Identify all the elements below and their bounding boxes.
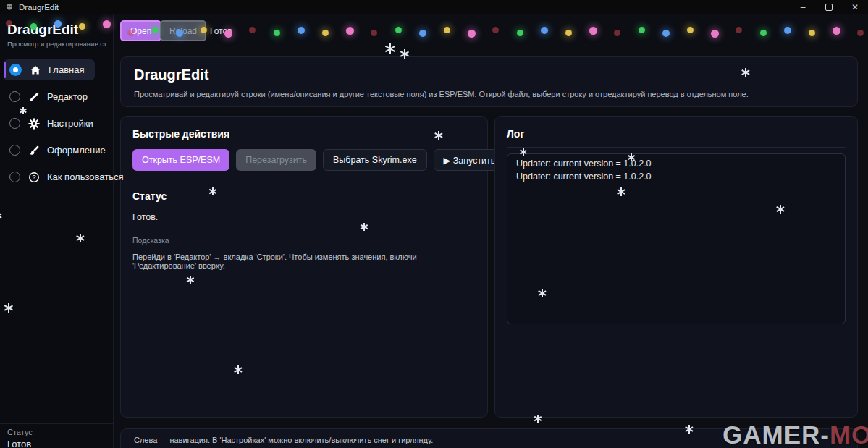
quick-actions-buttons: Открыть ESP/ESMПерезагрузитьВыбрать Skyr… xyxy=(132,149,476,171)
hint-label: Подсказка xyxy=(132,236,476,245)
maximize-button[interactable] xyxy=(816,0,842,14)
garland-light xyxy=(249,27,256,33)
sidebar-item-help[interactable]: ?Как пользоваться xyxy=(4,166,134,187)
log-title: Лог xyxy=(507,128,846,140)
pencil-icon xyxy=(28,90,40,103)
bottom-bar-text: Слева — навигация. В 'Настройках' можно … xyxy=(134,436,433,444)
log-line: Updater: current version = 1.0.2.0 xyxy=(516,171,836,184)
garland-light xyxy=(468,30,476,38)
garland-light xyxy=(346,27,354,35)
garland-light xyxy=(371,30,377,36)
garland-light xyxy=(444,27,450,33)
brush-icon xyxy=(28,144,40,156)
open-button[interactable]: Open xyxy=(120,20,161,41)
log-divider xyxy=(507,147,846,148)
garland-light xyxy=(419,30,426,37)
sidebar-item-label: Как пользоваться xyxy=(47,172,123,182)
sidebar-item-editor[interactable]: Редактор xyxy=(4,86,98,107)
gear-icon xyxy=(28,117,40,130)
quick-actions-title: Быстрые действия xyxy=(132,128,476,140)
window-title: DraugrEdit xyxy=(19,3,59,12)
home-icon xyxy=(29,64,41,76)
garland-light xyxy=(662,30,670,37)
log-card: Лог Updater: current version = 1.0.2.0Up… xyxy=(494,116,858,418)
status-section-title: Статус xyxy=(132,190,476,202)
sidebar-item-label: Редактор xyxy=(47,91,88,102)
sidebar-item-label: Оформление xyxy=(47,145,106,156)
radio-icon xyxy=(9,118,20,129)
log-line: Updater: current version = 1.0.2.0 xyxy=(516,158,836,171)
sidebar-item-appearance[interactable]: Оформление xyxy=(4,140,117,161)
garland-light xyxy=(298,27,305,34)
window-controls: – ✕ xyxy=(790,0,868,14)
hint-text: Перейди в 'Редактор' → вкладка 'Строки'.… xyxy=(132,253,476,270)
garland-light xyxy=(784,27,791,34)
minimize-button[interactable]: – xyxy=(790,0,816,14)
app-icon xyxy=(5,3,14,12)
garland-light xyxy=(760,30,767,36)
page-description: Просматривай и редактируй строки (имена/… xyxy=(134,90,844,98)
sidebar: DraugrEdit Просмотр и редактирование ст … xyxy=(0,14,114,448)
sidebar-app-title: DraugrEdit xyxy=(7,22,113,38)
select-skyrim-button[interactable]: Выбрать Skyrim.exe xyxy=(323,149,427,171)
garland-light xyxy=(857,30,864,36)
garland-light xyxy=(833,27,840,35)
garland-light xyxy=(614,30,620,36)
quick-actions-card: Быстрые действия Открыть ESP/ESMПерезагр… xyxy=(120,116,488,418)
garland-light xyxy=(492,27,499,33)
garland-light xyxy=(395,27,402,33)
garland-light xyxy=(322,30,329,36)
svg-text:?: ? xyxy=(32,174,35,181)
question-icon: ? xyxy=(28,171,40,183)
sidebar-item-settings[interactable]: Настройки xyxy=(4,113,104,134)
sidebar-status-value: Готов xyxy=(7,439,31,448)
sidebar-app-subtitle: Просмотр и редактирование ст xyxy=(7,40,110,48)
maximize-icon xyxy=(825,4,833,11)
garland-light xyxy=(589,27,597,35)
garland-light xyxy=(565,30,572,36)
garland-light xyxy=(639,27,645,33)
titlebar: DraugrEdit – ✕ xyxy=(0,0,868,14)
garland-light xyxy=(541,27,548,34)
radio-selected-icon xyxy=(9,64,22,76)
toolbar-status-text: Готов xyxy=(210,26,232,36)
sidebar-item-label: Главная xyxy=(49,64,84,75)
sidebar-item-label: Настройки xyxy=(47,118,93,129)
reload-button[interactable]: Reload xyxy=(160,20,206,41)
selected-accent-bar xyxy=(4,62,6,78)
reload-button[interactable]: Перезагрузить xyxy=(236,149,316,171)
garland-light xyxy=(274,30,280,36)
snowflake xyxy=(389,43,391,54)
close-button[interactable]: ✕ xyxy=(842,0,868,14)
garland-light xyxy=(517,30,523,36)
garland-light xyxy=(809,30,815,36)
radio-icon xyxy=(9,91,20,102)
watermark-part1: GAMER- xyxy=(722,420,830,448)
garland-light xyxy=(711,30,719,38)
garland-light xyxy=(687,27,694,33)
status-value: Готов. xyxy=(132,212,476,222)
garland-light xyxy=(736,27,742,33)
sidebar-nav: ГлавнаяРедакторНастройкиОформление?Как п… xyxy=(0,59,113,187)
watermark: GAMER-MODS xyxy=(722,420,868,448)
sidebar-footer-divider xyxy=(0,423,114,424)
watermark-part2: MODS xyxy=(830,420,868,448)
radio-icon xyxy=(9,172,20,182)
radio-icon xyxy=(9,145,20,156)
sidebar-item-home[interactable]: Главная xyxy=(4,59,95,80)
page-title: DraugrEdit xyxy=(134,67,844,83)
open-esp-button[interactable]: Открыть ESP/ESM xyxy=(132,149,229,171)
sidebar-status-label: Статус xyxy=(7,428,33,436)
header-card: DraugrEdit Просматривай и редактируй стр… xyxy=(120,56,858,107)
log-output[interactable]: Updater: current version = 1.0.2.0Update… xyxy=(507,153,846,324)
